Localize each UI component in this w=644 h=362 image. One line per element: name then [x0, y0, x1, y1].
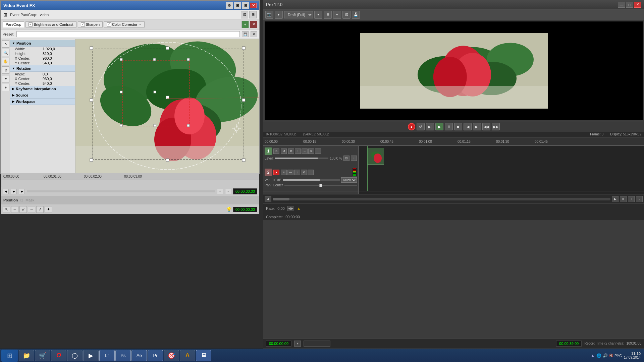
- grid-btn[interactable]: ⊞: [324, 11, 332, 19]
- taskbar-player[interactable]: ▶: [83, 350, 99, 361]
- track1-arrow[interactable]: →: [302, 148, 308, 154]
- next-event-btn[interactable]: ▶▶: [492, 123, 500, 130]
- taskbar-btn6[interactable]: A: [180, 350, 195, 361]
- tl-next-btn[interactable]: ▶: [19, 189, 25, 194]
- track1-del[interactable]: ✕: [308, 148, 314, 154]
- tl-zoom-out-btn[interactable]: -: [225, 189, 231, 194]
- play-btn[interactable]: ▶: [435, 123, 443, 130]
- touch-select[interactable]: Touch: [341, 177, 357, 183]
- scroll-left-btn[interactable]: ◀: [265, 196, 271, 202]
- track1-more[interactable]: ⋮: [315, 148, 321, 154]
- play-from-btn[interactable]: ▶|: [426, 123, 434, 130]
- section-rotation[interactable]: ▼ Rotation: [10, 65, 75, 72]
- interp-star-btn[interactable]: ✦: [45, 206, 52, 213]
- section-keyframe[interactable]: ▶ Keyframe interpolation: [10, 86, 75, 92]
- dropdown-btn[interactable]: ▾: [275, 11, 283, 19]
- pan-slider[interactable]: [284, 185, 357, 186]
- track2-btn4[interactable]: ✕: [301, 170, 307, 175]
- track2-btn1[interactable]: ≡: [281, 170, 287, 175]
- taskbar-aftereffects[interactable]: Ae: [131, 350, 147, 361]
- vefx-settings-btn[interactable]: ⚙: [226, 2, 233, 9]
- taskbar-btn5[interactable]: 🎯: [164, 350, 179, 361]
- move-btn[interactable]: ✦: [2, 75, 9, 82]
- event-btn2[interactable]: ⊞: [249, 11, 257, 18]
- track1-solo[interactable]: M: [281, 148, 287, 154]
- taskbar-vegas[interactable]: 🖥: [196, 350, 211, 361]
- minimize-btn[interactable]: —: [618, 2, 625, 8]
- section-position[interactable]: ▼ Position: [10, 40, 75, 47]
- preset-save-btn[interactable]: 💾: [242, 31, 249, 37]
- pause-scroll-btn[interactable]: ⏸: [620, 196, 627, 202]
- track2-btn3[interactable]: ↑: [294, 170, 300, 175]
- taskbar-chrome[interactable]: ◯: [67, 350, 83, 361]
- track1-mute[interactable]: S: [273, 148, 279, 154]
- add-keyframe-btn[interactable]: +: [2, 84, 9, 91]
- loop-btn[interactable]: ↺: [417, 123, 425, 130]
- record-btn[interactable]: ●: [408, 123, 415, 130]
- section-workspace[interactable]: ▶ Workspace: [10, 99, 75, 105]
- preset-input[interactable]: [16, 31, 240, 37]
- select-tool-btn[interactable]: ↖: [2, 40, 9, 48]
- track1-vol[interactable]: ↑: [295, 148, 301, 154]
- track1-copy[interactable]: ⊡: [343, 156, 350, 161]
- track1-paste[interactable]: ↓: [351, 156, 357, 161]
- taskbar-photoshop[interactable]: Ps: [115, 350, 131, 361]
- pan-tool-btn[interactable]: ✋: [2, 58, 9, 65]
- next-frame-btn[interactable]: ▶|: [473, 123, 481, 130]
- taskbar-store[interactable]: 🛒: [35, 350, 50, 361]
- vefx-grid2-btn[interactable]: ⊟: [242, 2, 249, 9]
- anchor-btn[interactable]: ⊕: [2, 66, 9, 74]
- copy-btn[interactable]: ⊡: [342, 11, 351, 19]
- interp-arr3-btn[interactable]: →: [28, 206, 35, 213]
- timeline-scroll[interactable]: [27, 190, 215, 192]
- scroll-right-btn[interactable]: ▶: [612, 196, 619, 202]
- maximize-btn[interactable]: □: [626, 2, 633, 8]
- grid-dropdown[interactable]: ▾: [333, 11, 341, 19]
- close-btn[interactable]: ✕: [634, 2, 641, 8]
- save-btn[interactable]: 💾: [352, 11, 360, 19]
- taskbar-opera[interactable]: O: [51, 350, 66, 361]
- sharpen-check[interactable]: ✓: [81, 22, 85, 26]
- fx-red-btn[interactable]: ✕: [250, 21, 257, 28]
- tab-color-corrector[interactable]: ✓ Color Corrector →: [104, 21, 145, 27]
- video-clip[interactable]: [367, 148, 384, 165]
- tab-pan-crop[interactable]: Pan/Crop: [3, 21, 24, 27]
- event-btn1[interactable]: ⊡: [241, 11, 248, 18]
- track1-fx[interactable]: ⚙: [288, 148, 294, 154]
- taskbar-premiere[interactable]: Pr: [148, 350, 163, 361]
- section-source[interactable]: ▶ Source: [10, 92, 75, 99]
- level-slider[interactable]: [275, 158, 329, 159]
- dropdown-btn2[interactable]: ▾: [314, 11, 322, 19]
- tab-sharpen[interactable]: ✓ Sharpen: [78, 21, 103, 27]
- stop-btn[interactable]: ■: [454, 123, 462, 130]
- zoom-tool-btn[interactable]: 🔍: [2, 49, 9, 56]
- rate-btn[interactable]: ◀▶: [287, 206, 294, 211]
- preset-delete-btn[interactable]: ✕: [251, 31, 257, 37]
- track2-btn2[interactable]: —: [287, 170, 293, 175]
- timeline-scrub[interactable]: [1, 180, 259, 187]
- vefx-close-btn[interactable]: ✕: [250, 3, 257, 8]
- start-button[interactable]: ⊞: [1, 350, 18, 362]
- prev-frame-btn[interactable]: |◀: [464, 123, 472, 130]
- camera-btn[interactable]: 📷: [265, 11, 273, 19]
- goto-input[interactable]: [304, 341, 330, 347]
- time-format-btn[interactable]: ▾: [294, 341, 301, 347]
- scroll-bar[interactable]: [273, 198, 610, 200]
- color-check[interactable]: ✓: [107, 22, 111, 26]
- next-scroll-btn[interactable]: -: [636, 196, 643, 202]
- vefx-grid-btn[interactable]: ⊞: [234, 2, 241, 9]
- prev-scroll-btn[interactable]: +: [628, 196, 635, 202]
- tab-brightness-contrast[interactable]: ✓ Brightness and Contrast: [25, 21, 76, 27]
- fx-green-btn[interactable]: +: [241, 21, 249, 28]
- interp-arr4-btn[interactable]: ↗: [36, 206, 44, 213]
- tl-prev-btn[interactable]: ◀: [3, 189, 9, 194]
- track2-more[interactable]: ⋮: [308, 170, 314, 175]
- interp-move-btn[interactable]: ↖: [3, 206, 10, 213]
- interp-arr2-btn[interactable]: ↙: [19, 206, 27, 213]
- taskbar-explorer[interactable]: 📁: [19, 350, 34, 361]
- interp-arr1-btn[interactable]: ←: [11, 206, 18, 213]
- track2-record[interactable]: ●: [273, 170, 279, 175]
- tl-play-btn[interactable]: ▶: [11, 189, 17, 194]
- brightness-check[interactable]: ✓: [29, 22, 33, 26]
- draft-select[interactable]: Draft (Full): [284, 11, 313, 18]
